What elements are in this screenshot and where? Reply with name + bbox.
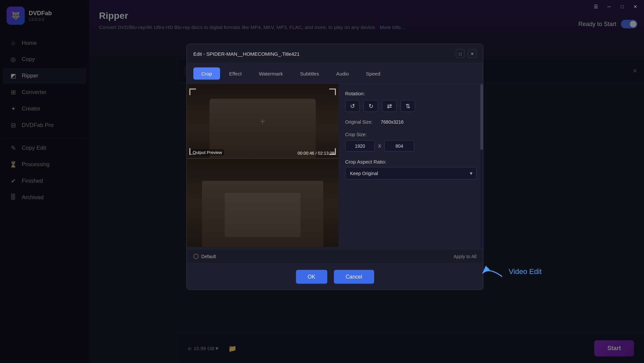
scrollbar-thumb bbox=[480, 84, 483, 150]
apply-to-all-label: Apply to All bbox=[454, 254, 476, 259]
titlebar-minimize-btn[interactable]: ─ bbox=[604, 2, 614, 11]
crop-aspect-ratio-wrapper: Keep Original bbox=[345, 167, 476, 180]
crop-aspect-ratio-section: Crop Aspect Ratio: Keep Original bbox=[345, 159, 476, 180]
dialog-body: + Output Preview 00:00:46 / 02:13:28 Ro bbox=[187, 84, 483, 249]
edit-dialog: Edit - SPIDER-MAN__HOMECOMING_.Title421 … bbox=[186, 44, 483, 290]
tab-audio[interactable]: Audio bbox=[328, 68, 357, 80]
crop-size-row: X bbox=[345, 140, 476, 152]
rotation-buttons: ↺ ↻ ⇄ ⇅ bbox=[345, 100, 476, 112]
preview-scene-bottom bbox=[187, 159, 338, 247]
crop-aspect-ratio-label: Crop Aspect Ratio: bbox=[345, 159, 476, 165]
default-option[interactable]: Default bbox=[193, 254, 216, 259]
output-preview-label: Output Preview bbox=[191, 149, 224, 156]
original-size-section: Original Size: 7680x3216 bbox=[345, 119, 476, 125]
original-size-label: Original Size: bbox=[345, 119, 378, 125]
titlebar-maximize-btn[interactable]: □ bbox=[617, 2, 628, 11]
crop-height-input[interactable] bbox=[384, 140, 414, 152]
crop-size-section: Crop Size: X bbox=[345, 132, 476, 152]
dialog-action-buttons: OK Cancel bbox=[187, 264, 483, 290]
flip-h-btn[interactable]: ⇄ bbox=[382, 100, 397, 112]
titlebar: ☰ ─ □ ✕ bbox=[578, 0, 644, 13]
settings-panel: Rotation: ↺ ↻ ⇄ ⇅ Original Size: 7680x32… bbox=[338, 84, 483, 249]
dialog-title: Edit - SPIDER-MAN__HOMECOMING_.Title421 bbox=[193, 51, 300, 56]
dialog-footer: Default Apply to All bbox=[187, 249, 483, 264]
preview-panel: + Output Preview 00:00:46 / 02:13:28 bbox=[187, 84, 338, 249]
default-label: Default bbox=[201, 254, 216, 259]
rotate-ccw-btn[interactable]: ↺ bbox=[345, 100, 360, 112]
dialog-close-btn[interactable]: ✕ bbox=[468, 49, 476, 58]
titlebar-menu-btn[interactable]: ☰ bbox=[591, 2, 601, 11]
aspect-ratio-value: Keep Original bbox=[350, 171, 378, 176]
tab-subtitles[interactable]: Subtitles bbox=[292, 68, 327, 80]
preview-top-video: + Output Preview 00:00:46 / 02:13:28 bbox=[187, 84, 338, 158]
rotation-label: Rotation: bbox=[345, 91, 476, 96]
crop-width-input[interactable] bbox=[345, 140, 375, 152]
dialog-header: Edit - SPIDER-MAN__HOMECOMING_.Title421 … bbox=[187, 44, 483, 64]
dialog-controls: □ ✕ bbox=[456, 49, 476, 58]
original-size-row: Original Size: 7680x3216 bbox=[345, 119, 476, 125]
crop-x-label: X bbox=[378, 143, 381, 149]
crop-size-label: Crop Size: bbox=[345, 132, 476, 137]
original-size-value: 7680x3216 bbox=[381, 119, 403, 125]
preview-bottom-video bbox=[187, 158, 338, 247]
rotation-section: Rotation: ↺ ↻ ⇄ ⇅ bbox=[345, 91, 476, 112]
default-radio-circle bbox=[193, 254, 199, 259]
crop-aspect-ratio-select[interactable]: Keep Original bbox=[345, 167, 476, 180]
settings-scrollbar[interactable] bbox=[480, 84, 483, 249]
dialog-maximize-btn[interactable]: □ bbox=[456, 49, 465, 58]
ok-button[interactable]: OK bbox=[296, 270, 327, 284]
tab-effect[interactable]: Effect bbox=[221, 68, 250, 80]
cancel-button[interactable]: Cancel bbox=[334, 270, 374, 284]
scene-background: + bbox=[187, 84, 338, 158]
titlebar-close-btn[interactable]: ✕ bbox=[630, 2, 641, 11]
rotate-cw-btn[interactable]: ↻ bbox=[364, 100, 378, 112]
tab-speed[interactable]: Speed bbox=[358, 68, 388, 80]
preview-timestamp: 00:00:46 / 02:13:28 bbox=[298, 151, 335, 156]
video-preview-top: + bbox=[187, 84, 338, 158]
tab-watermark[interactable]: Watermark bbox=[251, 68, 291, 80]
flip-v-btn[interactable]: ⇅ bbox=[401, 100, 415, 112]
dialog-tabs: Crop Effect Watermark Subtitles Audio Sp… bbox=[187, 64, 483, 84]
tab-crop[interactable]: Crop bbox=[193, 68, 220, 80]
